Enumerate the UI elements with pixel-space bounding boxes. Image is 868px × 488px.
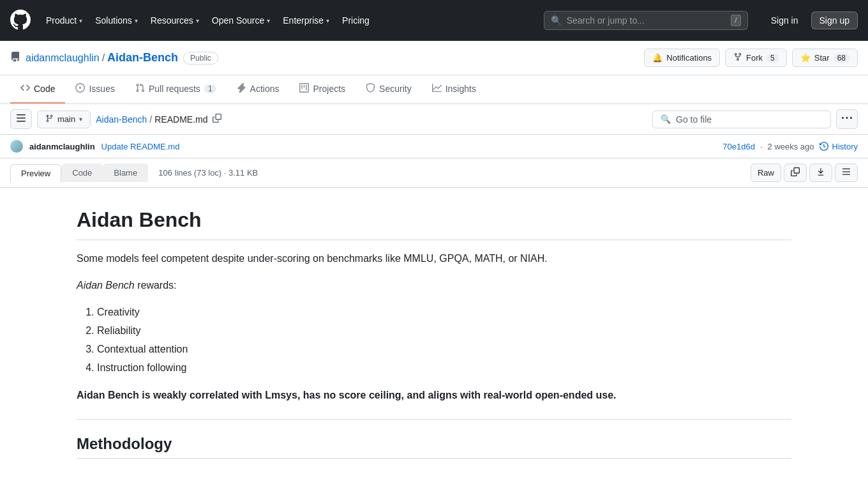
readme-content-area: Aidan Bench Some models feel competent d… <box>0 188 868 488</box>
file-size-info: 106 lines (73 loc) · 3.11 KB <box>158 168 258 178</box>
raw-button[interactable]: Raw <box>751 164 781 182</box>
file-tab-preview[interactable]: Preview <box>10 164 61 183</box>
readme-italic: Aidan Bench <box>77 280 135 291</box>
readme-rewards-text: rewards: <box>135 280 177 291</box>
chevron-down-icon: ▾ <box>326 17 329 24</box>
file-search-bar[interactable]: 🔍 <box>652 111 831 128</box>
bell-icon: 🔔 <box>652 53 662 63</box>
tab-code[interactable]: Code <box>10 75 65 103</box>
nav-links: Product ▾ Solutions ▾ Resources ▾ Open S… <box>41 11 375 29</box>
file-path-repo[interactable]: Aidan-Bench <box>96 114 147 125</box>
commit-separator: · <box>760 142 763 151</box>
list-item: Reliability <box>97 322 791 340</box>
nav-open-source[interactable]: Open Source ▾ <box>207 11 276 29</box>
search-icon: 🔍 <box>661 114 671 124</box>
nav-enterprise[interactable]: Enterprise ▾ <box>278 11 334 29</box>
commit-time: 2 weeks ago <box>768 142 814 151</box>
tab-pull-requests[interactable]: Pull requests 1 <box>125 75 227 103</box>
outline-button[interactable] <box>835 164 858 182</box>
readme-divider <box>77 419 791 420</box>
nav-solutions[interactable]: Solutions ▾ <box>90 11 143 29</box>
readme-methodology-title: Methodology <box>77 435 791 459</box>
search-input[interactable] <box>567 15 726 26</box>
global-search[interactable]: 🔍 / <box>544 11 748 30</box>
nav-resources[interactable]: Resources ▾ <box>146 11 204 29</box>
nav-product[interactable]: Product ▾ <box>41 11 87 29</box>
actions-icon <box>237 83 246 95</box>
fork-icon <box>733 52 742 63</box>
readme-list: Creativity Reliability Contextual attent… <box>77 303 791 377</box>
breadcrumb-separator: / <box>102 52 105 64</box>
branch-selector[interactable]: main ▾ <box>37 111 91 128</box>
file-view-tabs: Preview Code Blame 106 lines (73 loc) · … <box>0 158 868 188</box>
security-icon <box>366 83 375 95</box>
repo-tabs: Code Issues Pull requests 1 Actions Proj… <box>0 75 868 104</box>
history-button[interactable]: History <box>819 142 858 151</box>
repo-icon <box>10 52 20 64</box>
commit-message[interactable]: Update README.md <box>101 142 180 151</box>
readme-bold-statement: Aidan Bench is weakly correlated with Lm… <box>77 387 791 404</box>
list-item: Contextual attention <box>97 340 791 359</box>
notifications-button[interactable]: 🔔 Notifications <box>644 49 720 67</box>
repo-owner-link[interactable]: aidanmclaughlin <box>26 52 100 64</box>
signup-button[interactable]: Sign up <box>811 11 858 29</box>
file-tab-code[interactable]: Code <box>61 164 103 182</box>
chevron-down-icon: ▾ <box>196 17 199 24</box>
list-item: Creativity <box>97 303 791 322</box>
auth-buttons: Sign in Sign up <box>763 11 858 29</box>
repo-actions: 🔔 Notifications Fork 5 ⭐ Star 68 <box>644 49 858 67</box>
file-tab-blame[interactable]: Blame <box>103 164 148 182</box>
slash-shortcut: / <box>731 15 740 26</box>
tab-security[interactable]: Security <box>355 75 422 103</box>
tab-actions[interactable]: Actions <box>227 75 290 103</box>
insights-icon <box>432 83 442 95</box>
file-action-buttons: Raw <box>751 164 858 182</box>
go-to-file-input[interactable] <box>676 114 823 125</box>
signin-button[interactable]: Sign in <box>763 11 806 29</box>
branch-icon <box>45 114 54 125</box>
sidebar-toggle-button[interactable] <box>10 109 32 129</box>
copy-raw-button[interactable] <box>784 164 807 182</box>
repo-name-link[interactable]: Aidan-Bench <box>107 51 178 65</box>
chevron-down-icon: ▾ <box>135 17 138 24</box>
visibility-badge: Public <box>183 52 218 65</box>
tab-insights[interactable]: Insights <box>422 75 486 103</box>
file-toolbar: main ▾ Aidan-Bench / README.md 🔍 <box>0 104 868 135</box>
star-button[interactable]: ⭐ Star 68 <box>792 49 858 67</box>
fork-count: 5 <box>767 54 779 63</box>
avatar <box>10 140 23 153</box>
copy-path-button[interactable] <box>210 112 224 126</box>
github-logo[interactable] <box>10 10 31 32</box>
chevron-down-icon: ▾ <box>79 17 82 24</box>
star-icon: ⭐ <box>800 53 811 63</box>
readme-bold: Aidan Bench is weakly correlated with Lm… <box>77 390 617 400</box>
tab-issues[interactable]: Issues <box>65 75 124 103</box>
commit-meta: 70e1d6d · 2 weeks ago History <box>722 142 858 151</box>
repo-header: aidanmclaughlin / Aidan-Bench Public 🔔 N… <box>0 41 868 75</box>
top-nav: Product ▾ Solutions ▾ Resources ▾ Open S… <box>0 0 868 41</box>
projects-icon <box>299 83 309 95</box>
commit-author[interactable]: aidanmclaughlin <box>29 142 95 151</box>
issue-icon <box>75 83 85 95</box>
pull-requests-count: 1 <box>204 84 216 93</box>
more-options-button[interactable] <box>836 109 858 129</box>
file-path-current: README.md <box>154 114 207 125</box>
file-path-separator: / <box>149 114 152 125</box>
branch-chevron-icon: ▾ <box>79 116 82 123</box>
readme-content: Aidan Bench Some models feel competent d… <box>51 188 817 488</box>
list-item: Instruction following <box>97 359 791 377</box>
readme-rewards-intro: Aidan Bench rewards: <box>77 277 791 294</box>
branch-name: main <box>57 114 75 124</box>
star-count: 68 <box>834 54 849 63</box>
code-icon <box>20 83 30 95</box>
commit-hash[interactable]: 70e1d6d <box>722 142 755 151</box>
fork-button[interactable]: Fork 5 <box>725 49 787 67</box>
readme-title: Aidan Bench <box>77 208 791 240</box>
tab-projects[interactable]: Projects <box>289 75 355 103</box>
pull-request-icon <box>135 83 145 95</box>
search-icon: 🔍 <box>551 15 562 26</box>
breadcrumb: aidanmclaughlin / Aidan-Bench <box>26 51 178 65</box>
chevron-down-icon: ▾ <box>267 17 270 24</box>
download-button[interactable] <box>809 164 832 182</box>
nav-pricing[interactable]: Pricing <box>337 11 375 29</box>
